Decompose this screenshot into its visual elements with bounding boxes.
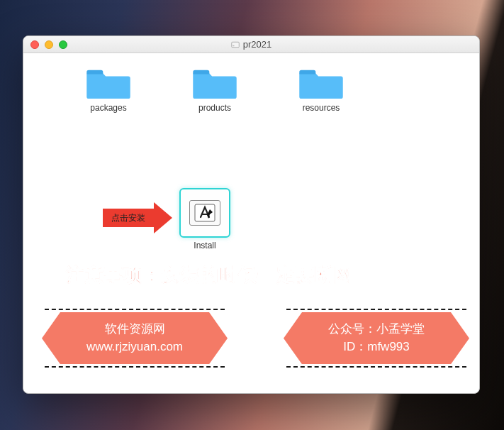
arrow-head-icon	[154, 202, 172, 233]
svg-rect-1	[233, 45, 234, 46]
svg-rect-0	[232, 42, 240, 48]
badge-right: 公众号：小孟学堂 ID：mfw993	[302, 312, 451, 364]
install-label: Install	[194, 241, 215, 250]
badge-left-line1: 软件资源网	[82, 321, 188, 338]
folder-row: packages products resources	[40, 66, 462, 113]
dash-rule	[286, 366, 466, 368]
folder-label: resources	[303, 103, 340, 113]
notice-text: 注意事项：安装的时候一定要断网	[66, 263, 353, 287]
folder-icon	[86, 66, 130, 100]
dash-rule	[286, 309, 466, 310]
folder-icon	[193, 66, 237, 100]
window-content: packages products resources 点击安装	[23, 53, 479, 393]
finder-window: pr2021 packages products	[23, 35, 480, 394]
traffic-lights	[23, 40, 67, 49]
zoom-icon[interactable]	[59, 40, 67, 49]
close-icon[interactable]	[30, 40, 39, 49]
badge-left-line2: www.rjziyuan.com	[82, 338, 188, 356]
disk-icon	[231, 40, 240, 49]
folder-label: packages	[90, 103, 126, 113]
install-item[interactable]: Install	[179, 188, 230, 250]
folder-resources[interactable]: resources	[293, 66, 349, 113]
titlebar[interactable]: pr2021	[23, 36, 479, 53]
arrow-callout: 点击安装	[103, 202, 172, 233]
folder-label: products	[198, 103, 231, 113]
minimize-icon[interactable]	[45, 40, 53, 49]
arrow-text: 点击安装	[111, 212, 145, 224]
window-title: pr2021	[243, 39, 271, 50]
install-app-icon	[189, 200, 220, 226]
folder-packages[interactable]: packages	[80, 66, 137, 113]
badge-left: 软件资源网 www.rjziyuan.com	[60, 312, 209, 364]
arrow-body: 点击安装	[103, 209, 154, 227]
badge-right-line1: 公众号：小孟学堂	[323, 321, 430, 338]
window-title-wrap: pr2021	[23, 39, 479, 50]
folder-products[interactable]: products	[186, 66, 243, 113]
badge-right-line2: ID：mfw993	[323, 338, 430, 356]
dash-rule	[45, 366, 225, 368]
folder-icon	[299, 66, 343, 100]
install-selection	[179, 188, 230, 238]
dash-rule	[45, 309, 225, 310]
badges-row: 软件资源网 www.rjziyuan.com 公众号：小孟学堂 ID：mfw99…	[60, 312, 451, 364]
